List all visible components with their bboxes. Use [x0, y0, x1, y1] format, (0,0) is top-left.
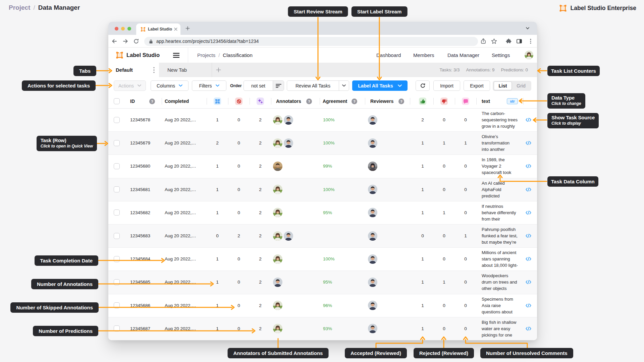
task-id: 12345683	[130, 224, 150, 247]
agreement-value: 100%	[323, 178, 335, 201]
rejected-count: 0	[437, 317, 451, 340]
annotator-avatar[interactable]	[284, 138, 293, 148]
row-checkbox[interactable]	[114, 140, 120, 146]
task-id: 12345686	[130, 294, 150, 317]
skipped-count: 0	[232, 108, 246, 131]
annotator-avatar[interactable]	[284, 231, 293, 241]
table-row[interactable]: 12345678Aug 20 2022,…102100%200The carbo…	[108, 108, 537, 131]
reviewer-avatar[interactable]	[368, 115, 377, 125]
reviewer-avatar[interactable]	[368, 138, 377, 148]
table-row[interactable]: 12345681Aug 20 2022,…102100%100An AI cal…	[108, 178, 537, 201]
table-row[interactable]: 12345684Aug 20 2022,…102100%100Millions …	[108, 247, 537, 270]
task-id: 12345687	[130, 317, 150, 340]
annotator-avatar[interactable]	[273, 254, 282, 264]
annotator-avatar[interactable]	[273, 301, 282, 310]
annotator-avatar[interactable]	[284, 115, 293, 125]
accepted-count: 1	[416, 317, 429, 340]
show-task-source-icon[interactable]	[525, 155, 532, 178]
show-task-source-icon[interactable]	[525, 317, 532, 340]
table-row[interactable]: 12345687Aug 20 2022,…10293%100Big fish i…	[108, 317, 537, 340]
reviewer-avatar[interactable]	[368, 185, 377, 194]
task-id: 12345684	[130, 247, 150, 270]
reviewer-avatar[interactable]	[368, 301, 377, 310]
show-task-source-icon[interactable]	[525, 224, 532, 247]
task-completed-date: Aug 20 2022,…	[165, 131, 196, 155]
predictions-count: 2	[254, 224, 267, 247]
reviewer-avatar[interactable]	[368, 324, 377, 333]
callout-rejected-reviewed: Rejected (Reviewed)	[414, 348, 474, 358]
task-data-text: In 1989, theVoyager 2spacecraft took	[482, 155, 511, 178]
show-task-source-icon[interactable]	[525, 178, 532, 201]
row-checkbox[interactable]	[114, 186, 120, 192]
agreement-value: 99%	[323, 155, 332, 178]
task-data-text: An AI calledAlphaFoldpredicted	[482, 178, 505, 201]
callout-number-of-skipped-annotations: Number of Skipped Annotations	[10, 302, 99, 313]
annotator-avatar[interactable]	[273, 208, 282, 217]
row-checkbox[interactable]	[114, 233, 120, 239]
show-task-source-icon[interactable]	[525, 108, 532, 131]
show-task-source-icon[interactable]	[525, 294, 532, 317]
page: Project / Data Manager Label Studio Ente…	[0, 0, 644, 362]
row-checkbox[interactable]	[114, 325, 120, 331]
table-row[interactable]: 12345685Aug 20 2022,…10295%110Woodpecker…	[108, 270, 537, 294]
row-checkbox[interactable]	[114, 302, 120, 308]
predictions-count: 2	[254, 131, 267, 155]
breadcrumb-project[interactable]: Project	[9, 4, 30, 11]
row-checkbox[interactable]	[114, 279, 120, 285]
reviewer-avatar[interactable]	[368, 162, 377, 171]
task-completed-date: Aug 20 2022,…	[165, 270, 196, 294]
accepted-count: 1	[416, 201, 429, 224]
annotator-avatars	[273, 178, 282, 201]
table-row[interactable]: 12345682Aug 20 2022,…10295%110If neutrin…	[108, 201, 537, 224]
row-checkbox[interactable]	[114, 117, 120, 123]
reviewer-avatars	[368, 317, 377, 340]
annotations-count: 1	[211, 294, 224, 317]
row-checkbox[interactable]	[114, 163, 120, 169]
callout-actions: Actions for selected tasks	[22, 80, 96, 91]
reviewer-avatar[interactable]	[368, 278, 377, 287]
show-task-source-icon[interactable]	[525, 270, 532, 294]
show-task-source-icon[interactable]	[525, 201, 532, 224]
row-checkbox[interactable]	[114, 209, 120, 216]
annotator-avatars	[273, 317, 282, 340]
annotator-avatar[interactable]	[273, 185, 282, 194]
reviewer-avatar[interactable]	[368, 254, 377, 264]
show-task-source-icon[interactable]	[525, 247, 532, 270]
callout-accepted-reviewed: Accepted (Reviewed)	[345, 348, 407, 358]
callout-data-type-title: Data Type	[551, 95, 581, 101]
agreement-value: 95%	[323, 270, 332, 294]
annotator-avatar[interactable]	[273, 138, 282, 148]
row-checkbox[interactable]	[114, 256, 120, 262]
annotator-avatar[interactable]	[273, 115, 282, 125]
table-row[interactable]: 12345679Aug 20 2022,…202100%111Olivine’s…	[108, 131, 537, 155]
skipped-count: 0	[232, 178, 246, 201]
accepted-count: 1	[416, 155, 429, 178]
annotator-avatar[interactable]	[273, 231, 282, 241]
callout-task-data-column: Task Data Column	[547, 176, 598, 187]
reviewer-avatar[interactable]	[368, 208, 377, 217]
predictions-count: 2	[254, 178, 267, 201]
skipped-count: 0	[232, 270, 246, 294]
annotator-avatars	[273, 201, 282, 224]
skipped-count: 2	[232, 224, 246, 247]
annotator-avatar[interactable]	[273, 324, 282, 333]
breadcrumb: Project / Data Manager	[9, 4, 80, 11]
skipped-count: 0	[232, 201, 246, 224]
table-row[interactable]: 12345683Aug 20 2022,…022001Pahrump poolf…	[108, 224, 537, 247]
table-row[interactable]: 12345686Aug 20 2022,…10296%100Specimens …	[108, 294, 537, 317]
agreement-value: 95%	[323, 201, 332, 224]
callout-number-of-predictions: Number of Predictions	[33, 326, 98, 336]
annotator-avatar[interactable]	[273, 278, 282, 287]
reviewer-avatars	[368, 294, 377, 317]
predictions-count: 2	[254, 201, 267, 224]
callout-number-of-annotations: Number of Annotations	[31, 279, 98, 289]
agreement-value: 100%	[323, 108, 335, 131]
annotations-count: 2	[211, 131, 224, 155]
skipped-count: 0	[232, 247, 246, 270]
table-row[interactable]: 12345680Aug 20 2022,…10299%100In 1989, t…	[108, 155, 537, 178]
reviewer-avatar[interactable]	[368, 231, 377, 241]
annotator-avatar[interactable]	[273, 162, 282, 171]
unresolved-comments-count: 0	[459, 294, 472, 317]
annotations-count: 1	[211, 155, 224, 178]
show-task-source-icon[interactable]	[525, 131, 532, 155]
